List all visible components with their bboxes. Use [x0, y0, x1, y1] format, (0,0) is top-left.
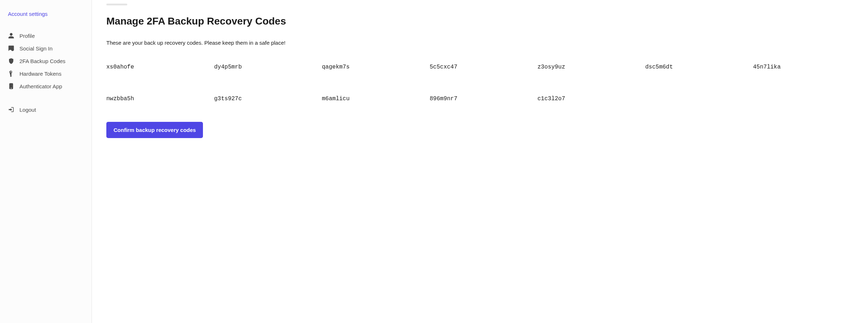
recovery-code: 45n7lika [753, 64, 854, 70]
page-title: Manage 2FA Backup Recovery Codes [106, 16, 854, 27]
sidebar-item-logout[interactable]: Logout [8, 103, 84, 116]
sidebar-title[interactable]: Account settings [8, 11, 84, 17]
sidebar-item-label: Logout [19, 107, 36, 113]
recovery-code: 896m9nr7 [430, 96, 530, 102]
recovery-code: g3ts927c [214, 96, 315, 102]
key-icon [8, 70, 14, 77]
main-content: Manage 2FA Backup Recovery Codes These a… [92, 0, 868, 323]
sidebar: Account settings Profile Social Sign In … [0, 0, 92, 323]
recovery-code: z3osy9uz [537, 64, 638, 70]
svg-point-0 [11, 48, 14, 51]
breadcrumb-stub [106, 4, 127, 5]
sidebar-nav: Profile Social Sign In 2FA Backup Codes … [8, 30, 84, 116]
sidebar-item-hardware-tokens[interactable]: Hardware Tokens [8, 67, 84, 80]
recovery-code: dsc5m6dt [645, 64, 746, 70]
sidebar-item-label: Hardware Tokens [19, 71, 61, 77]
logout-icon [8, 106, 14, 113]
recovery-code: nwzbba5h [106, 96, 207, 102]
recovery-codes-grid: xs0ahofe dy4p5mrb qagekm7s 5c5cxc47 z3os… [106, 64, 854, 102]
sidebar-item-2fa-backup[interactable]: 2FA Backup Codes [8, 55, 84, 67]
sidebar-item-authenticator[interactable]: Authenticator App [8, 80, 84, 92]
recovery-code: c1c3l2o7 [537, 96, 638, 102]
recovery-code: qagekm7s [322, 64, 422, 70]
sidebar-item-label: Social Sign In [19, 45, 53, 52]
shield-icon [8, 58, 14, 64]
sidebar-item-label: 2FA Backup Codes [19, 58, 66, 64]
page-description: These are your back up recovery codes. P… [106, 40, 854, 46]
confirm-button[interactable]: Confirm backup recovery codes [106, 122, 203, 138]
sidebar-item-profile[interactable]: Profile [8, 30, 84, 42]
sidebar-item-label: Profile [19, 33, 35, 39]
recovery-code: 5c5cxc47 [430, 64, 530, 70]
sidebar-item-label: Authenticator App [19, 83, 62, 89]
recovery-code: dy4p5mrb [214, 64, 315, 70]
recovery-code: m6amlicu [322, 96, 422, 102]
chat-icon [8, 45, 14, 52]
user-icon [8, 32, 14, 39]
sidebar-item-social-signin[interactable]: Social Sign In [8, 42, 84, 54]
recovery-code: xs0ahofe [106, 64, 207, 70]
phone-icon [8, 83, 14, 89]
